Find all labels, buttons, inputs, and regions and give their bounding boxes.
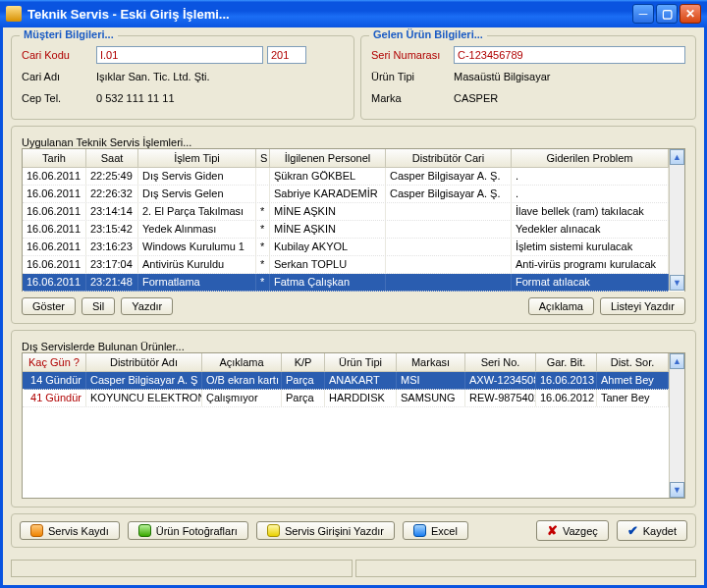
- table-row[interactable]: 41 GündürKOYUNCU ELEKTRON.ÇalışmıyorParç…: [23, 390, 669, 407]
- col-dist[interactable]: Distribütör Cari: [386, 149, 512, 167]
- cell-problem: İlave bellek (ram) takılacak: [512, 203, 669, 220]
- table-row[interactable]: 16.06.201123:17:04Antivirüs Kuruldu*Serk…: [23, 256, 669, 274]
- urun-tipi-value: Masaüstü Bilgisayar: [454, 71, 685, 82]
- check-icon: ✔: [627, 523, 638, 538]
- cell-marka: MSI: [397, 372, 465, 389]
- cell-dist: KOYUNCU ELEKTRON.: [86, 390, 202, 406]
- col-personel[interactable]: İlgilenen Personel: [270, 149, 386, 167]
- cell-tarih: 16.06.2011: [23, 221, 86, 238]
- kaydet-label: Kaydet: [643, 525, 677, 537]
- seri-no-label: Seri Numarası: [371, 49, 454, 61]
- table-row[interactable]: 16.06.201123:21:48Formatlama*Fatma Çalış…: [23, 274, 669, 292]
- cell-dist: Casper Bilgisayar A. Ş.: [386, 168, 512, 185]
- cari-kodu-ext-input[interactable]: 201: [267, 46, 306, 64]
- vazgec-label: Vazgeç: [563, 525, 598, 537]
- scroll-up-icon[interactable]: ▲: [670, 149, 684, 165]
- cell-dist: [386, 274, 512, 291]
- operations-scrollbar[interactable]: ▲ ▼: [669, 149, 684, 291]
- servis-kaydi-button[interactable]: Servis Kaydı: [20, 521, 120, 540]
- table-row[interactable]: 16.06.201123:16:23Windows Kurulumu 1*Kub…: [23, 239, 669, 256]
- col-saat[interactable]: Saat: [86, 149, 138, 167]
- col-ext-marka[interactable]: Markası: [397, 353, 465, 371]
- listeyi-yazdir-button[interactable]: Listeyi Yazdır: [600, 297, 685, 315]
- minimize-button[interactable]: ─: [632, 4, 654, 24]
- cell-seri: REW-9875401: [465, 390, 536, 406]
- table-row[interactable]: 16.06.201122:25:49Dış Servis GidenŞükran…: [23, 168, 669, 186]
- yazdir-button[interactable]: Yazdır: [121, 297, 173, 315]
- col-ext-seri[interactable]: Seri No.: [465, 353, 536, 371]
- col-problem[interactable]: Giderilen Problem: [512, 149, 669, 167]
- vazgec-button[interactable]: ✘ Vazgeç: [536, 520, 609, 541]
- scroll-down-icon[interactable]: ▼: [670, 482, 684, 498]
- col-ext-dist[interactable]: Distribütör Adı: [86, 353, 202, 371]
- cell-tarih: 16.06.2011: [23, 274, 86, 291]
- scroll-up-icon[interactable]: ▲: [670, 353, 684, 369]
- cell-tarih: 16.06.2011: [23, 239, 86, 255]
- cell-s: [256, 186, 270, 202]
- cell-aciklama: O/B ekran kartı nok: [202, 372, 282, 389]
- seri-no-input[interactable]: C-123456789: [454, 46, 685, 64]
- cell-sor: Taner Bey: [597, 390, 669, 406]
- col-gar[interactable]: Gar. Bit.: [536, 353, 597, 371]
- scroll-down-icon[interactable]: ▼: [670, 275, 684, 291]
- operations-legend: Uygulanan Teknik Servis İşlemleri...: [22, 136, 685, 148]
- table-row[interactable]: 16.06.201123:14:142. El Parça Takılması*…: [23, 203, 669, 221]
- close-button[interactable]: ✕: [680, 4, 701, 24]
- cell-saat: 23:15:42: [86, 221, 138, 238]
- goster-button[interactable]: Göster: [22, 297, 76, 315]
- col-kp[interactable]: K/P: [282, 353, 325, 371]
- col-ext-tip[interactable]: Ürün Tipi: [325, 353, 397, 371]
- col-s[interactable]: S: [256, 149, 270, 167]
- cell-s: *: [256, 221, 270, 238]
- urun-fotograflari-button[interactable]: Ürün Fotoğrafları: [128, 521, 248, 540]
- cell-problem: .: [512, 186, 669, 202]
- table-row[interactable]: 14 GündürCasper Bilgisayar A. ŞO/B ekran…: [23, 372, 669, 390]
- external-grid[interactable]: Kaç Gün ? Distribütör Adı Açıklama K/P Ü…: [22, 352, 685, 499]
- table-row[interactable]: 16.06.201123:15:42Yedek Alınması*MİNE AŞ…: [23, 221, 669, 239]
- excel-label: Excel: [431, 525, 458, 537]
- product-info-panel: Gelen Ürün Bilgileri... Seri Numarası C-…: [360, 35, 696, 120]
- cell-saat: 23:17:04: [86, 256, 138, 273]
- cell-problem: İşletim sistemi kurulacak: [512, 239, 669, 255]
- col-gun[interactable]: Kaç Gün ?: [23, 353, 86, 371]
- status-cell-2: [355, 560, 697, 577]
- cell-dist: Casper Bilgisayar A. Ş: [86, 372, 202, 389]
- maximize-button[interactable]: ▢: [656, 4, 678, 24]
- cell-gun: 14 Gündür: [23, 372, 86, 389]
- table-row[interactable]: 16.06.201122:26:32Dış Servis GelenSabriy…: [23, 186, 669, 203]
- servis-kaydi-label: Servis Kaydı: [48, 525, 109, 537]
- cari-kodu-input[interactable]: I.01: [96, 46, 263, 64]
- aciklama-button[interactable]: Açıklama: [528, 297, 594, 315]
- servis-girisini-yazdir-button[interactable]: Servis Girişini Yazdır: [256, 521, 395, 540]
- operations-grid[interactable]: Tarih Saat İşlem Tipi S İlgilenen Person…: [22, 148, 685, 292]
- cell-islem: Windows Kurulumu 1: [138, 239, 256, 255]
- cell-personel: Fatma Çalışkan: [270, 274, 386, 291]
- cell-problem: Format atılacak: [512, 274, 669, 291]
- cep-tel-value: 0 532 111 11 11: [96, 92, 344, 104]
- cell-tarih: 16.06.2011: [23, 186, 86, 202]
- col-ext-aciklama[interactable]: Açıklama: [202, 353, 282, 371]
- cell-marka: SAMSUNG: [397, 390, 465, 406]
- cell-islem: Formatlama: [138, 274, 256, 291]
- cell-gar: 16.06.2012: [536, 390, 597, 406]
- green-icon: [138, 524, 151, 537]
- cell-dist: [386, 239, 512, 255]
- col-islem[interactable]: İşlem Tipi: [138, 149, 256, 167]
- cell-s: *: [256, 239, 270, 255]
- excel-button[interactable]: Excel: [403, 521, 468, 540]
- cell-islem: Yedek Alınması: [138, 221, 256, 238]
- cell-personel: Şükran GÖKBEL: [270, 168, 386, 185]
- urun-tipi-label: Ürün Tipi: [371, 71, 454, 82]
- cell-personel: MİNE AŞKIN: [270, 221, 386, 238]
- col-sor[interactable]: Dist. Sor.: [597, 353, 669, 371]
- col-tarih[interactable]: Tarih: [23, 149, 86, 167]
- cell-kp: Parça: [282, 390, 325, 406]
- cell-problem: Yedekler alınacak: [512, 221, 669, 238]
- cell-dist: [386, 203, 512, 220]
- cell-personel: Sabriye KARADEMİR: [270, 186, 386, 202]
- cell-kp: Parça: [282, 372, 325, 389]
- app-icon: [6, 6, 22, 22]
- external-scrollbar[interactable]: ▲ ▼: [669, 353, 684, 498]
- sil-button[interactable]: Sil: [82, 297, 115, 315]
- kaydet-button[interactable]: ✔ Kaydet: [617, 520, 687, 541]
